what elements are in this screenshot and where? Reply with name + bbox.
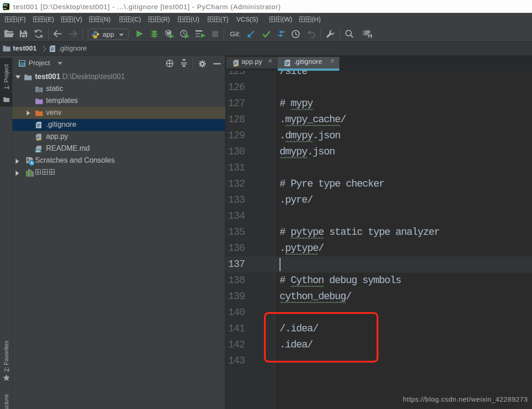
svg-text:MD: MD xyxy=(36,149,40,153)
svg-text:PC: PC xyxy=(4,4,8,7)
